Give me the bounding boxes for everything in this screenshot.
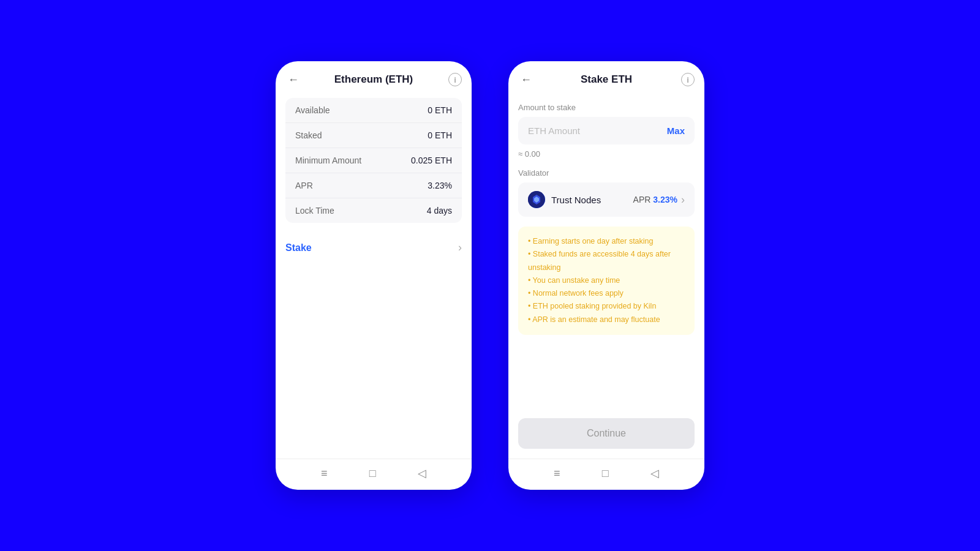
screen1-content: Available 0 ETH Staked 0 ETH Minimum Amo…	[276, 93, 472, 459]
stat-value-0: 0 ETH	[428, 105, 452, 115]
stat-label-1: Staked	[295, 130, 322, 140]
screen2-nav-menu-icon[interactable]: ≡	[554, 467, 560, 480]
max-button[interactable]: Max	[667, 126, 685, 136]
stats-card: Available 0 ETH Staked 0 ETH Minimum Amo…	[285, 98, 462, 223]
screen1-header: ← Ethereum (ETH) i	[276, 61, 472, 93]
screen1-nav-home-icon[interactable]: □	[369, 467, 376, 480]
info-point-1: • Staked funds are accessible 4 days aft…	[528, 248, 685, 274]
screen2-nav-home-icon[interactable]: □	[602, 467, 609, 480]
info-point-2: • You can unstake any time	[528, 274, 685, 287]
screen1-nav: ≡ □ ◁	[276, 459, 472, 490]
stat-label-3: APR	[295, 181, 313, 190]
screen1-nav-menu-icon[interactable]: ≡	[321, 467, 328, 480]
amount-input-wrapper[interactable]: ETH Amount Max	[518, 117, 695, 144]
stat-row: Available 0 ETH	[285, 98, 462, 123]
stat-label-0: Available	[295, 105, 330, 115]
stake-label: Stake	[285, 242, 312, 253]
screen1-title: Ethereum (ETH)	[334, 73, 413, 86]
stat-row: Lock Time 4 days	[285, 198, 462, 223]
trust-nodes-icon	[528, 191, 545, 208]
info-box: • Earning starts one day after staking• …	[518, 227, 695, 335]
stat-value-3: 3.23%	[428, 181, 452, 190]
info-point-3: • Normal network fees apply	[528, 287, 685, 300]
validator-info: Trust Nodes	[528, 191, 601, 208]
info-point-5: • APR is an estimate and may fluctuate	[528, 313, 685, 326]
stat-row: Minimum Amount 0.025 ETH	[285, 148, 462, 173]
stake-form: Amount to stake ETH Amount Max ≈ 0.00 Va…	[508, 93, 704, 354]
screen2-back-button[interactable]: ←	[518, 71, 534, 89]
screen2-info-button[interactable]: i	[681, 73, 695, 86]
screen2-header: ← Stake ETH i	[508, 61, 704, 93]
continue-button[interactable]: Continue	[518, 418, 695, 449]
stat-label-2: Minimum Amount	[295, 156, 361, 165]
amount-section-label: Amount to stake	[518, 103, 695, 112]
continue-wrapper: Continue	[508, 418, 704, 459]
stat-row: APR 3.23%	[285, 173, 462, 198]
validator-name: Trust Nodes	[551, 195, 601, 205]
screen2-nav-back-icon[interactable]: ◁	[650, 467, 659, 480]
screen2-content: Amount to stake ETH Amount Max ≈ 0.00 Va…	[508, 93, 704, 418]
stat-label-4: Lock Time	[295, 206, 334, 216]
validator-apr: APR 3.23%	[633, 195, 677, 204]
stat-value-4: 4 days	[427, 206, 452, 216]
stat-value-1: 0 ETH	[428, 130, 452, 140]
validator-apr-section: APR 3.23% ›	[633, 193, 685, 206]
screen1-info-button[interactable]: i	[448, 73, 462, 86]
validator-card[interactable]: Trust Nodes APR 3.23% ›	[518, 182, 695, 217]
info-point-4: • ETH pooled staking provided by Kiln	[528, 300, 685, 313]
screen1-back-button[interactable]: ←	[285, 71, 301, 89]
info-point-0: • Earning starts one day after staking	[528, 235, 685, 248]
screen1-phone: ← Ethereum (ETH) i Available 0 ETH Stake…	[276, 61, 472, 490]
amount-placeholder: ETH Amount	[528, 126, 580, 136]
stake-chevron-icon: ›	[458, 241, 462, 254]
stat-row: Staked 0 ETH	[285, 123, 462, 148]
screen2-title: Stake ETH	[581, 73, 632, 86]
validator-apr-value: 3.23%	[653, 195, 677, 204]
stat-value-2: 0.025 ETH	[411, 156, 452, 165]
validator-section-label: Validator	[518, 168, 695, 178]
screen2-nav: ≡ □ ◁	[508, 459, 704, 490]
approx-value: ≈ 0.00	[518, 149, 695, 159]
validator-chevron-icon: ›	[681, 193, 685, 206]
screen1-nav-back-icon[interactable]: ◁	[418, 467, 426, 480]
screen2-phone: ← Stake ETH i Amount to stake ETH Amount…	[508, 61, 704, 490]
stake-row[interactable]: Stake ›	[276, 233, 472, 263]
